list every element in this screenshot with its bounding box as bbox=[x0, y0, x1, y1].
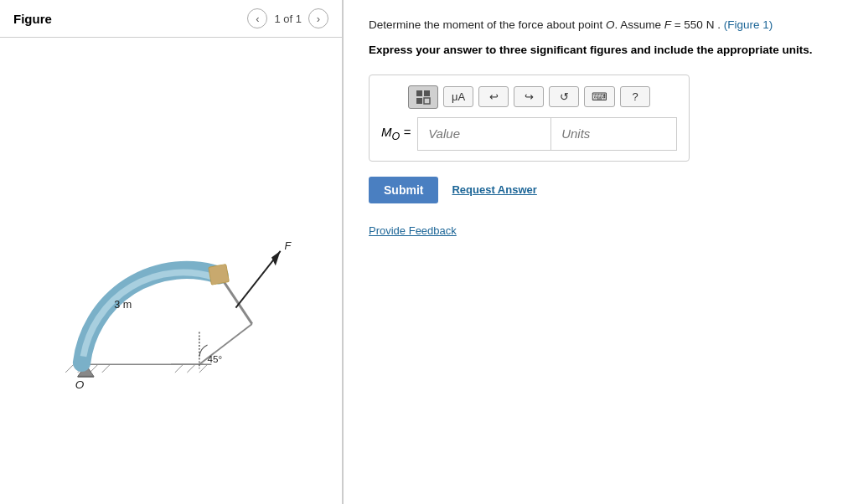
svg-rect-15 bbox=[209, 264, 230, 285]
request-answer-button[interactable]: Request Answer bbox=[452, 183, 536, 196]
next-figure-button[interactable]: › bbox=[308, 8, 328, 28]
redo-icon: ↪ bbox=[525, 90, 534, 103]
undo-icon: ↩ bbox=[489, 90, 499, 103]
help-button[interactable]: ? bbox=[620, 86, 650, 107]
refresh-button[interactable]: ↺ bbox=[549, 86, 579, 107]
mu-button[interactable]: μA bbox=[443, 86, 473, 107]
svg-rect-22 bbox=[424, 90, 430, 96]
keyboard-icon: ⌨ bbox=[592, 90, 607, 103]
answer-label: MO = bbox=[381, 125, 411, 142]
undo-button[interactable]: ↩ bbox=[478, 86, 509, 107]
action-row: Submit Request Answer bbox=[369, 177, 833, 203]
right-panel: Determine the moment of the force about … bbox=[344, 0, 858, 504]
figure-nav: ‹ 1 of 1 › bbox=[247, 8, 328, 28]
figure-header: Figure ‹ 1 of 1 › bbox=[0, 0, 342, 38]
question-instruction: Express your answer to three significant… bbox=[369, 42, 833, 59]
svg-line-1 bbox=[65, 364, 74, 373]
grid-button[interactable] bbox=[408, 85, 438, 109]
question-text: Determine the moment of the force about … bbox=[369, 17, 833, 33]
variable-F: F bbox=[664, 18, 671, 31]
mu-label: μA bbox=[452, 90, 465, 103]
svg-text:O: O bbox=[75, 378, 85, 391]
keyboard-button[interactable]: ⌨ bbox=[584, 86, 615, 107]
svg-line-8 bbox=[199, 364, 208, 373]
prev-figure-button[interactable]: ‹ bbox=[247, 8, 267, 28]
value-input[interactable] bbox=[417, 117, 551, 151]
answer-row: MO = bbox=[381, 117, 677, 151]
provide-feedback-link[interactable]: Provide Feedback bbox=[369, 224, 457, 237]
svg-line-7 bbox=[187, 364, 195, 373]
svg-text:45°: 45° bbox=[208, 353, 223, 364]
svg-rect-23 bbox=[416, 98, 422, 104]
refresh-icon: ↺ bbox=[560, 90, 569, 103]
answer-box: μA ↩ ↪ ↺ ⌨ ? MO = bbox=[369, 75, 690, 162]
svg-text:3 m: 3 m bbox=[114, 298, 132, 310]
submit-button[interactable]: Submit bbox=[369, 177, 438, 203]
figure-content: O 3 m F 45° bbox=[0, 38, 342, 504]
figure-title: Figure bbox=[13, 12, 247, 26]
svg-line-3 bbox=[90, 364, 98, 373]
svg-rect-24 bbox=[424, 98, 430, 104]
Mo-subscript: O bbox=[392, 131, 401, 142]
grid-icon bbox=[416, 90, 431, 105]
svg-rect-21 bbox=[416, 90, 422, 96]
equals-sign: = bbox=[403, 125, 411, 139]
svg-marker-17 bbox=[271, 250, 281, 265]
Mo-symbol: M bbox=[381, 125, 392, 139]
figure-link[interactable]: (Figure 1) bbox=[724, 18, 773, 31]
figure-diagram: O 3 m F 45° bbox=[20, 146, 322, 397]
point-O: O bbox=[606, 18, 615, 31]
svg-line-4 bbox=[102, 364, 111, 373]
left-panel: Figure ‹ 1 of 1 › O bbox=[0, 0, 344, 504]
redo-button[interactable]: ↪ bbox=[514, 86, 544, 107]
units-input[interactable] bbox=[551, 117, 677, 151]
answer-toolbar: μA ↩ ↪ ↺ ⌨ ? bbox=[381, 85, 677, 109]
svg-text:F: F bbox=[284, 239, 292, 251]
help-icon: ? bbox=[632, 90, 638, 103]
figure-count: 1 of 1 bbox=[274, 13, 302, 25]
svg-line-6 bbox=[175, 364, 183, 373]
